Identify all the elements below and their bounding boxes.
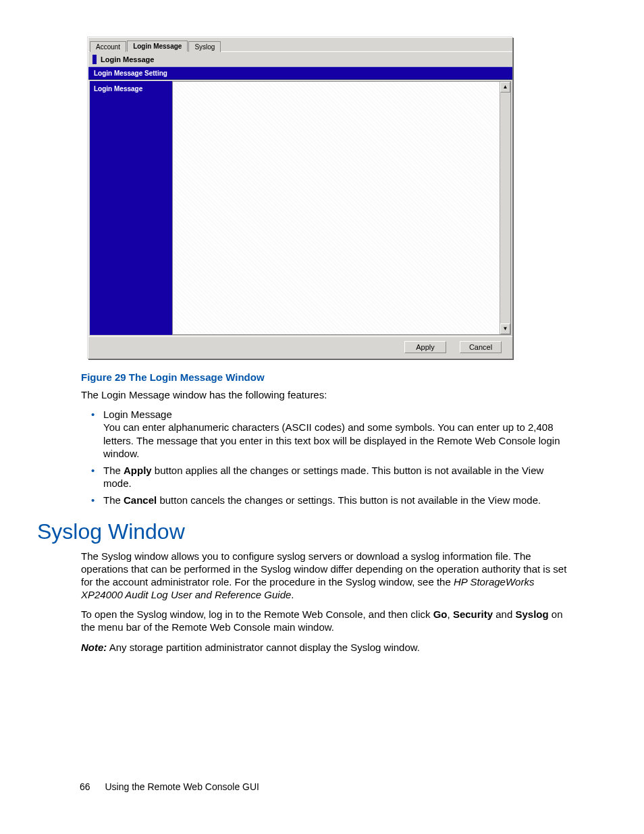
tab-login-message[interactable]: Login Message: [127, 41, 188, 52]
vertical-scrollbar[interactable]: ▲ ▼: [500, 82, 510, 334]
list-item: Login Message You can enter alphanumeric…: [91, 408, 567, 460]
tab-account[interactable]: Account: [90, 41, 126, 52]
side-label: Login Message: [90, 81, 172, 335]
list-item: The Apply button applies all the changes…: [91, 464, 567, 490]
scroll-up-icon[interactable]: ▲: [500, 82, 510, 93]
apply-word: Apply: [124, 465, 152, 476]
cancel-button[interactable]: Cancel: [460, 341, 502, 353]
list-item: The Cancel button cancels the changes or…: [91, 494, 567, 506]
section-heading: Syslog Window: [37, 519, 576, 544]
tab-syslog[interactable]: Syslog: [188, 41, 221, 52]
syslog-paragraph-1: The Syslog window allows you to configur…: [81, 550, 567, 602]
page-footer: 66 Using the Remote Web Console GUI: [80, 781, 259, 792]
content-row: Login Message ▲ ▼: [88, 80, 512, 336]
panel-title: Login Message: [88, 51, 512, 67]
login-message-textarea[interactable]: [173, 82, 500, 334]
footer-title: Using the Remote Web Console GUI: [105, 781, 259, 792]
panel-title-text: Login Message: [101, 55, 154, 63]
intro-paragraph: The Login Message window has the followi…: [81, 388, 567, 401]
bullet-body: You can enter alphanumeric characters (A…: [103, 421, 560, 459]
accent-bar-icon: [92, 55, 97, 64]
panel-subheader: Login Message Setting: [88, 67, 512, 80]
button-row: Apply Cancel: [88, 336, 512, 359]
note-label: Note:: [81, 642, 107, 653]
figure-caption: Figure 29 The Login Message Window: [81, 371, 576, 383]
tab-row: Account Login Message Syslog: [88, 38, 512, 51]
cancel-word: Cancel: [124, 494, 157, 506]
bullet-heading: Login Message: [103, 409, 172, 420]
syslog-paragraph-2: To open the Syslog window, log in to the…: [81, 608, 567, 633]
syslog-note: Note: Any storage partition administrato…: [81, 641, 567, 654]
feature-list: Login Message You can enter alphanumeric…: [91, 408, 567, 506]
login-message-window: Account Login Message Syslog Login Messa…: [88, 37, 513, 359]
apply-button[interactable]: Apply: [404, 341, 446, 353]
login-message-textarea-wrap: ▲ ▼: [172, 81, 511, 335]
scroll-down-icon[interactable]: ▼: [500, 323, 510, 334]
page-number: 66: [80, 781, 90, 792]
